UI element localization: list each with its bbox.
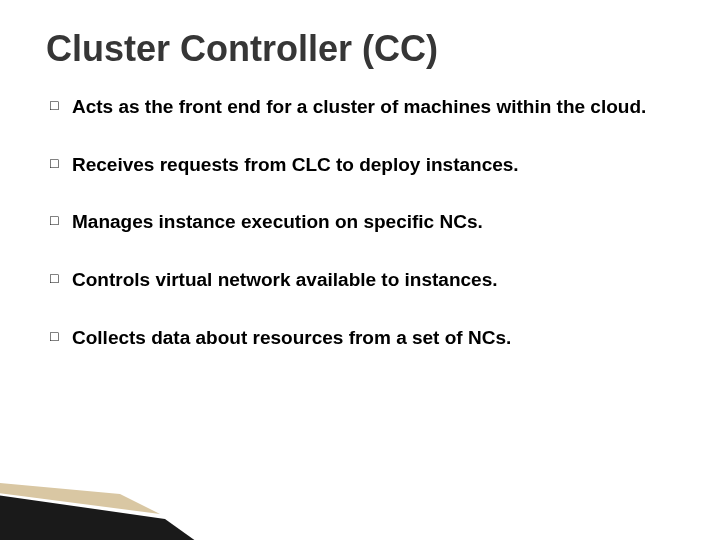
svg-marker-1: [0, 482, 160, 514]
list-item: Receives requests from CLC to deploy ins…: [72, 152, 674, 178]
page-title: Cluster Controller (CC): [46, 28, 674, 70]
bullet-list: Acts as the front end for a cluster of m…: [46, 94, 674, 350]
slide: Cluster Controller (CC) Acts as the fron…: [0, 0, 720, 540]
list-item: Controls virtual network available to in…: [72, 267, 674, 293]
list-item: Acts as the front end for a cluster of m…: [72, 94, 674, 120]
corner-decoration: [0, 474, 210, 540]
list-item: Collects data about resources from a set…: [72, 325, 674, 351]
list-item: Manages instance execution on specific N…: [72, 209, 674, 235]
svg-marker-0: [0, 494, 200, 540]
